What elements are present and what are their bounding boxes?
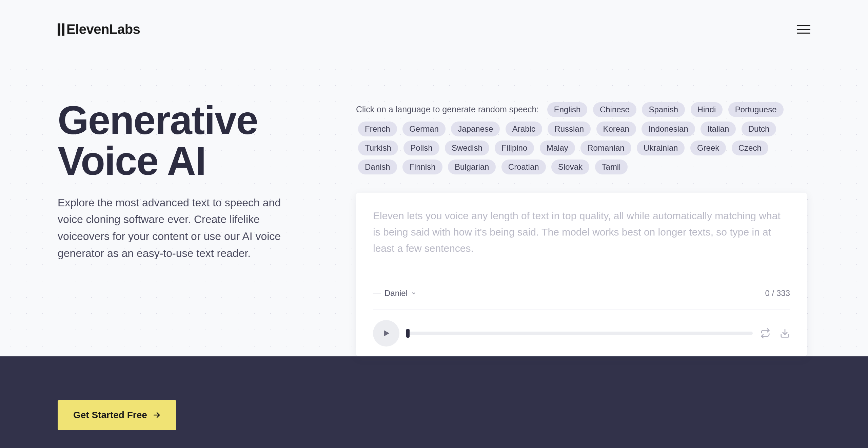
language-pill-czech[interactable]: Czech xyxy=(732,141,768,155)
language-pill-malay[interactable]: Malay xyxy=(540,141,575,155)
get-started-button[interactable]: Get Started Free xyxy=(58,400,176,430)
language-pill-danish[interactable]: Danish xyxy=(358,160,397,174)
loop-icon[interactable] xyxy=(760,328,770,338)
language-pill-slovak[interactable]: Slovak xyxy=(551,160,589,174)
language-pill-swedish[interactable]: Swedish xyxy=(445,141,489,155)
brand-logo[interactable]: ElevenLabs xyxy=(58,22,140,37)
language-pill-croatian[interactable]: Croatian xyxy=(501,160,546,174)
chevron-down-icon xyxy=(411,291,416,296)
hero-subtitle: Explore the most advanced text to speech… xyxy=(58,194,309,262)
voice-name: Daniel xyxy=(384,288,408,298)
language-pill-portuguese[interactable]: Portuguese xyxy=(728,102,784,117)
language-pill-spanish[interactable]: Spanish xyxy=(642,102,685,117)
language-pill-tamil[interactable]: Tamil xyxy=(595,160,628,174)
language-pill-greek[interactable]: Greek xyxy=(690,141,726,155)
tts-textarea[interactable] xyxy=(373,208,790,286)
language-intro: Click on a language to generate random s… xyxy=(356,105,539,114)
language-pill-japanese[interactable]: Japanese xyxy=(451,122,500,136)
cta-label: Get Started Free xyxy=(73,410,147,421)
language-pill-chinese[interactable]: Chinese xyxy=(593,102,636,117)
play-icon xyxy=(381,329,391,338)
hero-title: Generative Voice AI xyxy=(58,100,315,182)
language-pill-korean[interactable]: Korean xyxy=(596,122,636,136)
language-pill-romanian[interactable]: Romanian xyxy=(580,141,631,155)
language-selector: Click on a language to generate random s… xyxy=(356,100,807,176)
site-header: ElevenLabs xyxy=(0,0,868,59)
language-pill-hindi[interactable]: Hindi xyxy=(691,102,723,117)
language-pill-polish[interactable]: Polish xyxy=(403,141,439,155)
voice-picker[interactable]: — Daniel xyxy=(373,288,416,298)
char-counter: 0 / 333 xyxy=(765,288,790,298)
language-pill-arabic[interactable]: Arabic xyxy=(506,122,542,136)
language-pill-italian[interactable]: Italian xyxy=(701,122,736,136)
language-pill-ukrainian[interactable]: Ukrainian xyxy=(637,141,685,155)
tts-card: — Daniel 0 / 333 xyxy=(356,193,807,356)
language-pill-russian[interactable]: Russian xyxy=(548,122,591,136)
language-pill-french[interactable]: French xyxy=(358,122,397,136)
language-pill-finnish[interactable]: Finnish xyxy=(402,160,442,174)
language-pill-german[interactable]: German xyxy=(402,122,446,136)
language-pill-english[interactable]: English xyxy=(547,102,588,117)
language-pill-filipino[interactable]: Filipino xyxy=(495,141,534,155)
menu-button[interactable] xyxy=(797,23,810,36)
arrow-right-icon xyxy=(153,411,161,419)
language-pill-turkish[interactable]: Turkish xyxy=(358,141,398,155)
hero-section: Generative Voice AI Explore the most adv… xyxy=(58,100,315,356)
language-pill-dutch[interactable]: Dutch xyxy=(742,122,776,136)
voice-prefix: — xyxy=(373,288,381,298)
audio-player xyxy=(373,310,790,347)
progress-track[interactable] xyxy=(407,332,753,335)
logo-bars-icon xyxy=(58,23,64,36)
svg-marker-0 xyxy=(384,330,389,336)
download-icon[interactable] xyxy=(780,328,790,338)
language-pill-indonesian[interactable]: Indonesian xyxy=(642,122,695,136)
brand-name: ElevenLabs xyxy=(66,22,140,37)
language-pill-bulgarian[interactable]: Bulgarian xyxy=(448,160,496,174)
play-button[interactable] xyxy=(373,320,399,347)
progress-thumb[interactable] xyxy=(406,329,410,338)
